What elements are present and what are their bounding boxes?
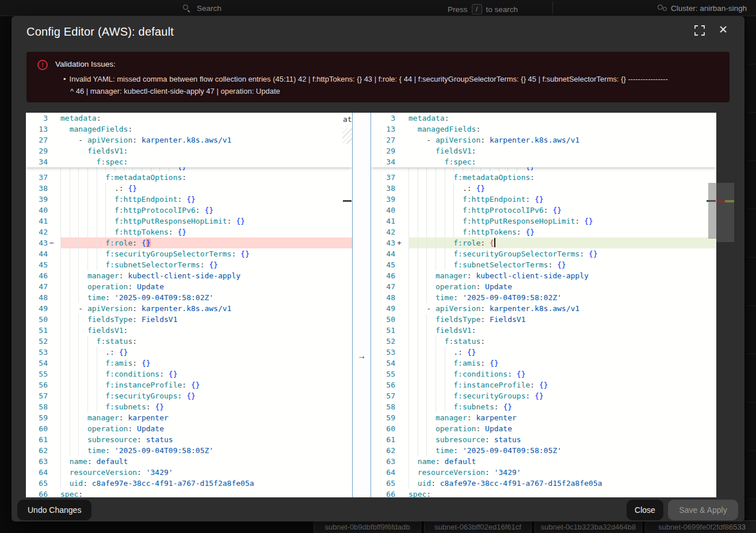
code-content: - apiVersion: karpenter.k8s.aws/v1 — [408, 303, 716, 314]
code-line-57[interactable]: 57f:securityGroups: {} — [26, 390, 352, 401]
close-button[interactable]: Close — [627, 500, 663, 520]
code-line-47[interactable]: 47operation: Update — [26, 281, 352, 292]
code-line-49[interactable]: 49- apiVersion: karpenter.k8s.aws/v1 — [371, 303, 716, 314]
code-line-58[interactable]: 58f:subnets: {} — [26, 401, 352, 412]
code-line-65[interactable]: 65uid: c8afe97e-38cc-4f91-a767-d15f2a8fe… — [371, 478, 716, 489]
code-line-45[interactable]: 45f:subnetSelectorTerms: {} — [26, 259, 352, 270]
vertical-scrollbar[interactable] — [708, 183, 716, 239]
code-line-46[interactable]: 46manager: kubectl-client-side-apply — [371, 270, 716, 281]
code-line-34[interactable]: 34f:spec: — [26, 156, 352, 167]
code-line-37[interactable]: 37f:metadataOptions: — [26, 172, 352, 183]
code-lines-modified[interactable]: {}37f:metadataOptions:38.: {}39f:httpEnd… — [371, 167, 716, 497]
code-line-56[interactable]: 56f:instanceProfile: {} — [26, 379, 352, 390]
code-line-34[interactable]: 34f:spec: — [371, 156, 716, 167]
overview-ruler[interactable] — [716, 183, 734, 242]
code-line-65[interactable]: 65uid: c8afe97e-38cc-4f91-a767-d15f2a8fe… — [26, 478, 352, 489]
code-line-3[interactable]: 3metadata: — [371, 113, 716, 124]
code-line-60[interactable]: 60operation: Update — [371, 423, 716, 434]
code-line-46[interactable]: 46manager: kubectl-client-side-apply — [26, 270, 352, 281]
code-line-59[interactable]: 59manager: karpenter — [26, 412, 352, 423]
code-line-44[interactable]: 44f:securityGroupSelectorTerms: {} — [371, 248, 716, 259]
code-line-54[interactable]: 54f:amis: {} — [371, 358, 716, 369]
code-line-42[interactable]: 42f:httpTokens: {} — [26, 227, 352, 237]
code-line-53[interactable]: 53.: {} — [26, 347, 352, 358]
code-line-49[interactable]: 49- apiVersion: karpenter.k8s.aws/v1 — [26, 303, 352, 314]
code-line-57[interactable]: 57f:securityGroups: {} — [371, 390, 716, 401]
code-line-13[interactable]: 13managedFields: — [371, 124, 716, 135]
code-line-61[interactable]: 61subresource: status — [371, 434, 716, 445]
indent-guides — [60, 467, 70, 478]
diff-pane-original[interactable]: 3metadata:13managedFields:27- apiVersion… — [26, 113, 352, 497]
code-line-48[interactable]: 48time: '2025-09-04T09:58:02Z' — [371, 292, 716, 303]
code-line-partial[interactable]: {} — [371, 167, 716, 172]
code-line-55[interactable]: 55f:conditions: {} — [371, 369, 716, 379]
code-line-43[interactable]: 43+f:role: { — [371, 237, 716, 248]
line-number: 48 — [26, 292, 49, 303]
diff-editor-sash[interactable] — [352, 113, 371, 497]
line-number: 66 — [371, 489, 396, 497]
code-line-40[interactable]: 40f:httpProtocolIPv6: {} — [26, 205, 352, 216]
code-line-63[interactable]: 63name: default — [26, 456, 352, 467]
code-line-55[interactable]: 55f:conditions: {} — [26, 369, 352, 379]
code-line-40[interactable]: 40f:httpProtocolIPv6: {} — [371, 205, 716, 216]
code-line-27[interactable]: 27- apiVersion: karpenter.k8s.aws/v1 — [371, 135, 716, 145]
code-line-58[interactable]: 58f:subnets: {} — [371, 401, 716, 412]
code-line-41[interactable]: 41f:httpPutResponseHopLimit: {} — [371, 216, 716, 227]
code-line-27[interactable]: 27- apiVersion: karpenter.k8s.aws/v1 — [26, 135, 352, 145]
search-input[interactable]: Search — [197, 4, 222, 13]
save-apply-button[interactable]: Save & Apply — [668, 500, 738, 520]
code-line-44[interactable]: 44f:securityGroupSelectorTerms: {} — [26, 248, 352, 259]
code-line-48[interactable]: 48time: '2025-09-04T09:58:02Z' — [26, 292, 352, 303]
diff-glyph — [396, 183, 408, 194]
code-line-39[interactable]: 39f:httpEndpoint: {} — [371, 194, 716, 205]
code-line-partial[interactable]: {} — [26, 167, 352, 172]
code-line-29[interactable]: 29fieldsV1: — [371, 145, 716, 156]
code-line-60[interactable]: 60operation: Update — [26, 423, 352, 434]
diff-revert-arrow[interactable]: → — [352, 350, 371, 361]
sticky-scroll-modified[interactable]: 3metadata:13managedFields:27- apiVersion… — [371, 113, 716, 167]
code-line-56[interactable]: 56f:instanceProfile: {} — [371, 379, 716, 390]
yaml-diff-editor[interactable]: 3metadata:13managedFields:27- apiVersion… — [26, 113, 716, 497]
code-line-29[interactable]: 29fieldsV1: — [26, 145, 352, 156]
code-line-42[interactable]: 42f:httpTokens: {} — [371, 227, 716, 237]
code-line-52[interactable]: 52f:status: — [26, 336, 352, 347]
code-content: f:httpProtocolIPv6: {} — [408, 205, 716, 216]
bullet: • — [63, 75, 66, 83]
code-line-45[interactable]: 45f:subnetSelectorTerms: {} — [371, 259, 716, 270]
undo-changes-button[interactable]: Undo Changes — [17, 500, 91, 520]
close-icon[interactable]: ✕ — [716, 22, 730, 37]
code-line-41[interactable]: 41f:httpPutResponseHopLimit: {} — [26, 216, 352, 227]
code-line-50[interactable]: 50fieldsType: FieldsV1 — [371, 314, 716, 325]
code-line-64[interactable]: 64resourceVersion: '3429' — [371, 467, 716, 478]
code-line-50[interactable]: 50fieldsType: FieldsV1 — [26, 314, 352, 325]
cluster-selector[interactable]: Cluster: anirban-singh — [671, 4, 756, 13]
code-line-51[interactable]: 51fieldsV1: — [371, 325, 716, 336]
code-line-54[interactable]: 54f:amis: {} — [26, 358, 352, 369]
code-line-38[interactable]: 38.: {} — [26, 183, 352, 194]
diff-pane-modified[interactable]: 3metadata:13managedFields:27- apiVersion… — [371, 113, 716, 497]
code-line-66[interactable]: 66spec: — [371, 489, 716, 497]
fullscreen-button[interactable] — [693, 24, 706, 37]
code-line-38[interactable]: 38.: {} — [371, 183, 716, 194]
code-line-64[interactable]: 64resourceVersion: '3429' — [26, 467, 352, 478]
sticky-scroll-original[interactable]: 3metadata:13managedFields:27- apiVersion… — [26, 113, 352, 167]
code-line-53[interactable]: 53.: {} — [371, 347, 716, 358]
code-line-51[interactable]: 51fieldsV1: — [26, 325, 352, 336]
code-content: fieldsV1: — [408, 325, 716, 336]
code-line-43[interactable]: 43−f:role: {} — [26, 237, 352, 248]
code-line-61[interactable]: 61subresource: status — [26, 434, 352, 445]
code-line-62[interactable]: 62time: '2025-09-04T09:58:05Z' — [371, 445, 716, 456]
code-line-66[interactable]: 66spec: — [26, 489, 352, 497]
indent-guides — [408, 369, 453, 379]
code-line-63[interactable]: 63name: default — [371, 456, 716, 467]
code-line-47[interactable]: 47operation: Update — [371, 281, 716, 292]
code-line-3[interactable]: 3metadata: — [26, 113, 352, 124]
code-line-39[interactable]: 39f:httpEndpoint: {} — [26, 194, 352, 205]
code-line-13[interactable]: 13managedFields: — [26, 124, 352, 135]
code-line-59[interactable]: 59manager: karpenter — [371, 412, 716, 423]
code-line-37[interactable]: 37f:metadataOptions: — [371, 172, 716, 183]
code-line-62[interactable]: 62time: '2025-09-04T09:58:05Z' — [26, 445, 352, 456]
code-line-52[interactable]: 52f:status: — [371, 336, 716, 347]
code-lines-original[interactable]: {}37f:metadataOptions:38.: {}39f:httpEnd… — [26, 167, 352, 497]
subnet-chip: subnet-0b9dbfbff9f6fdadb — [314, 520, 421, 533]
